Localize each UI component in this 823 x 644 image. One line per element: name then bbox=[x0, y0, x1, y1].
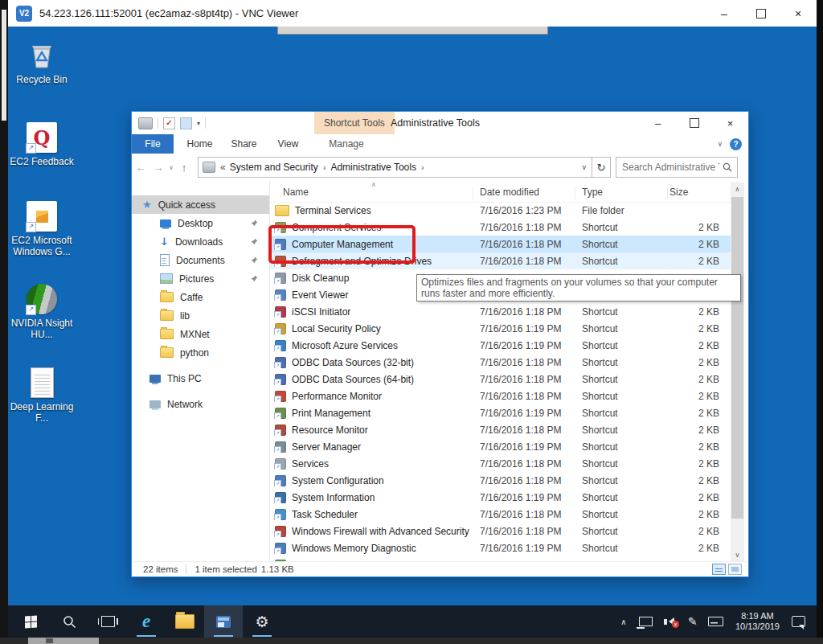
desktop-icon-ec2-feedback[interactable]: Q↗EC2 Feedback bbox=[8, 121, 76, 167]
tab-manage[interactable]: Manage bbox=[318, 134, 375, 154]
sidebar-item-mxnet[interactable]: MXNet bbox=[132, 325, 269, 343]
scroll-down-icon[interactable]: ∨ bbox=[731, 548, 744, 562]
search-input[interactable] bbox=[616, 162, 723, 173]
file-row-computer-management[interactable]: ↗Computer Management7/16/2016 1:18 PMSho… bbox=[270, 236, 731, 252]
taskbar-file-explorer-button[interactable] bbox=[166, 605, 204, 638]
taskbar-settings-button[interactable]: ⚙ bbox=[243, 605, 281, 638]
scroll-up-icon[interactable]: ∧ bbox=[731, 183, 744, 196]
file-row-system-configuration[interactable]: ↗System Configuration7/16/2016 1:18 PMSh… bbox=[270, 472, 731, 489]
large-icons-view-icon[interactable] bbox=[728, 564, 742, 575]
help-icon[interactable]: ? bbox=[730, 138, 742, 150]
taskbar-search-button[interactable] bbox=[50, 605, 88, 638]
contextual-tab-shortcut-tools[interactable]: Shortcut Tools bbox=[314, 112, 395, 134]
vnc-close-button[interactable]: × bbox=[780, 0, 817, 27]
file-row-local-security-policy[interactable]: ↗Local Security Policy7/16/2016 1:19 PMS… bbox=[270, 320, 731, 337]
desktop-icon-nvidia-nsight-hu[interactable]: ↗NVIDIA Nsight HU... bbox=[8, 282, 76, 340]
tray-expand-icon[interactable]: ∧ bbox=[617, 617, 630, 626]
app-shortcut-icon: ↗ bbox=[275, 306, 286, 318]
sidebar-item-network[interactable]: Network bbox=[132, 395, 269, 413]
file-row-print-management[interactable]: ↗Print Management7/16/2016 1:19 PMShortc… bbox=[270, 404, 731, 421]
toolbar-dropdown-icon[interactable]: ▾ bbox=[197, 120, 200, 127]
desktop-icon-recycle-bin[interactable]: Recycle Bin bbox=[8, 39, 76, 85]
file-row-component-services[interactable]: ↗Component Services7/16/2016 1:18 PMShor… bbox=[270, 219, 731, 236]
explorer-close-button[interactable]: × bbox=[712, 112, 748, 134]
touch-keyboard-icon[interactable] bbox=[708, 617, 723, 626]
desktop-icon-deep-learning-f[interactable]: Deep Learning F... bbox=[8, 366, 76, 424]
pin-icon bbox=[250, 219, 258, 228]
network-icon[interactable] bbox=[639, 617, 653, 626]
sidebar-item-pictures[interactable]: Pictures bbox=[132, 269, 269, 288]
explorer-minimize-button[interactable]: – bbox=[640, 112, 676, 134]
file-row-resource-monitor[interactable]: ↗Resource Monitor7/16/2016 1:18 PMShortc… bbox=[270, 421, 731, 438]
file-row-microsoft-azure-services[interactable]: ↗Microsoft Azure Services7/16/2016 1:19 … bbox=[270, 337, 731, 354]
folder-properties-icon[interactable] bbox=[138, 117, 153, 129]
file-row-performance-monitor[interactable]: ↗Performance Monitor7/16/2016 1:18 PMSho… bbox=[270, 388, 731, 404]
volume-muted-icon[interactable]: x bbox=[661, 617, 678, 626]
file-row-odbc-data-sources-32-bit[interactable]: ↗ODBC Data Sources (32-bit)7/16/2016 1:1… bbox=[270, 354, 731, 371]
pen-icon[interactable]: ✎ bbox=[686, 615, 699, 628]
file-row-iscsi-initiator[interactable]: ↗iSCSI Initiator7/16/2016 1:18 PMShortcu… bbox=[270, 303, 731, 320]
breadcrumb-separator-icon[interactable]: › bbox=[421, 162, 424, 172]
vnc-toolbar-tab[interactable] bbox=[277, 27, 548, 35]
up-icon[interactable]: ↑ bbox=[175, 162, 193, 174]
taskbar-clock[interactable]: 8:19 AM 10/13/2019 bbox=[735, 611, 780, 632]
action-center-icon[interactable] bbox=[792, 616, 805, 627]
explorer-maximize-button[interactable] bbox=[676, 112, 712, 134]
search-icon[interactable] bbox=[723, 162, 732, 172]
taskbar-internet-explorer-button[interactable]: e bbox=[127, 605, 166, 638]
address-dropdown-icon[interactable]: ∨ bbox=[581, 163, 587, 171]
forward-icon[interactable]: → bbox=[149, 162, 167, 174]
checkbox-icon[interactable]: ✓ bbox=[163, 117, 175, 129]
file-row-server-manager[interactable]: ↗Server Manager7/16/2016 1:19 PMShortcut… bbox=[270, 438, 731, 455]
back-icon[interactable]: ← bbox=[132, 162, 149, 174]
column-header-date-modified[interactable]: Date modified bbox=[473, 186, 575, 199]
tab-file[interactable]: File bbox=[132, 134, 174, 154]
address-breadcrumb[interactable]: « System and Security › Administrative T… bbox=[198, 157, 592, 178]
tab-share[interactable]: Share bbox=[226, 134, 262, 154]
refresh-icon[interactable]: ↻ bbox=[592, 157, 611, 178]
vnc-maximize-button[interactable] bbox=[743, 0, 780, 27]
file-row-system-information[interactable]: ↗System Information7/16/2016 1:19 PMShor… bbox=[270, 489, 731, 506]
sidebar-item-desktop[interactable]: Desktop bbox=[132, 214, 269, 232]
sidebar-item-lib[interactable]: lib bbox=[132, 306, 269, 325]
new-folder-icon[interactable] bbox=[180, 117, 192, 129]
taskbar-active-app-button[interactable] bbox=[204, 605, 243, 638]
sidebar-item-caffe[interactable]: Caffe bbox=[132, 288, 269, 306]
tab-home[interactable]: Home bbox=[182, 134, 218, 154]
document-icon bbox=[160, 254, 170, 266]
file-row-windows-firewall-with-advanced-security[interactable]: ↗Windows Firewall with Advanced Security… bbox=[270, 523, 731, 539]
scroll-thumb[interactable] bbox=[731, 197, 743, 519]
task-view-button[interactable] bbox=[88, 605, 127, 638]
sidebar-item-documents[interactable]: Documents bbox=[132, 251, 269, 269]
running-indicator bbox=[214, 635, 233, 637]
sidebar-item-quick-access[interactable]: ★Quick access bbox=[132, 195, 269, 214]
column-header-type[interactable]: Type bbox=[575, 186, 668, 199]
file-date: 7/16/2016 1:18 PM bbox=[473, 374, 575, 385]
breadcrumb-administrative-tools[interactable]: Administrative Tools bbox=[330, 162, 416, 173]
history-dropdown-icon[interactable]: ∨ bbox=[167, 164, 175, 171]
vnc-minimize-button[interactable]: – bbox=[706, 0, 743, 27]
sidebar-item-python[interactable]: python bbox=[132, 343, 269, 362]
scrollbar[interactable]: ∧ ∨ bbox=[731, 183, 744, 562]
desktop-icon-ec2-microsoft-windows-g[interactable]: ↗EC2 Microsoft Windows G... bbox=[8, 199, 76, 257]
desktop-icon-label: EC2 Microsoft Windows G... bbox=[8, 235, 76, 257]
tab-view[interactable]: View bbox=[270, 134, 306, 154]
file-row-task-scheduler[interactable]: ↗Task Scheduler7/16/2016 1:18 PMShortcut… bbox=[270, 506, 731, 523]
breadcrumb-separator-icon[interactable]: › bbox=[323, 162, 326, 172]
column-header-size[interactable]: Size bbox=[668, 186, 731, 199]
nvidia-sphere-icon: ↗ bbox=[27, 284, 57, 314]
app-shortcut-icon: ↗ bbox=[275, 441, 286, 453]
details-view-icon[interactable] bbox=[712, 564, 726, 575]
breadcrumb-system-and-security[interactable]: System and Security bbox=[230, 162, 318, 173]
file-row-odbc-data-sources-64-bit[interactable]: ↗ODBC Data Sources (64-bit)7/16/2016 1:1… bbox=[270, 371, 731, 388]
sidebar-item-downloads[interactable]: ↓Downloads bbox=[132, 232, 269, 251]
file-row-services[interactable]: ↗Services7/16/2016 1:18 PMShortcut2 KB bbox=[270, 455, 731, 472]
download-icon: ↓ bbox=[160, 236, 169, 247]
ribbon-collapse-icon[interactable]: ∨ bbox=[717, 140, 723, 148]
file-row-defragment-and-optimize-drives[interactable]: ↗Defragment and Optimize Drives7/16/2016… bbox=[270, 252, 731, 269]
file-row-terminal-services[interactable]: Terminal Services7/16/2016 1:23 PMFile f… bbox=[270, 202, 731, 219]
file-name-cell: ↗System Information bbox=[270, 492, 473, 503]
start-button[interactable] bbox=[11, 605, 50, 638]
file-row-windows-memory-diagnostic[interactable]: ↗Windows Memory Diagnostic7/16/2016 1:19… bbox=[270, 539, 731, 556]
sidebar-item-this-pc[interactable]: This PC bbox=[132, 369, 269, 388]
